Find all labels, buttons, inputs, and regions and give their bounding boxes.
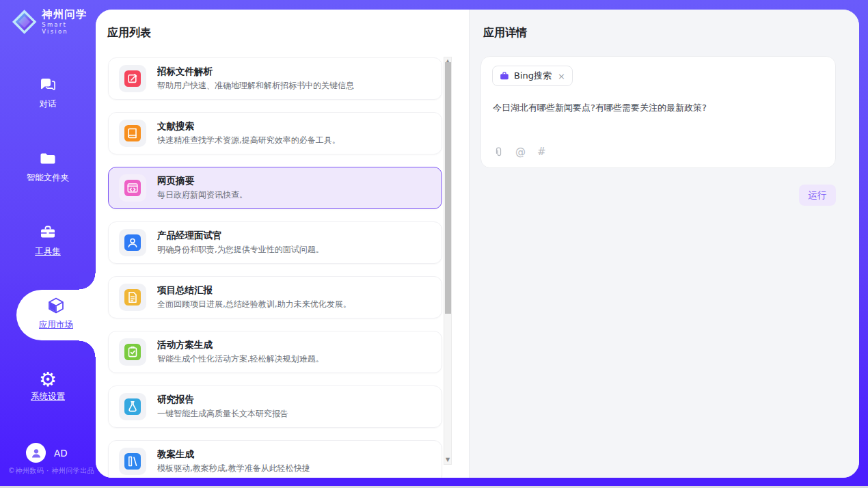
paperclip-icon[interactable] xyxy=(493,146,504,158)
web-code-icon xyxy=(124,180,141,196)
app-title: 招标文件解析 xyxy=(157,66,354,77)
app-desc: 智能生成个性化活动方案,轻松解决规划难题。 xyxy=(157,353,324,365)
app-icon-box xyxy=(119,284,146,311)
app-desc: 帮助用户快速、准确地理解和解析招标书中的关键信息 xyxy=(157,80,354,92)
app-desc: 模板驱动,教案秒成,教学准备从此轻松快捷 xyxy=(157,463,310,474)
sidebar-item-label: 系统设置 xyxy=(0,391,96,403)
list-scrollbar[interactable]: ▲ ▼ xyxy=(444,57,452,465)
toolbox-icon xyxy=(38,223,57,242)
book-icon xyxy=(124,125,141,141)
folder-icon xyxy=(38,149,57,168)
edit-icon xyxy=(124,70,141,87)
app-title: 活动方案生成 xyxy=(157,339,324,351)
user-name: AD xyxy=(54,448,68,459)
app-desc: 快速精准查找学术资源,提高研究效率的必备工具。 xyxy=(157,135,340,146)
copyright-footer: ©神州数码 · 神州问学出品 xyxy=(0,466,103,476)
clipboard-check-icon xyxy=(124,344,141,360)
chat-icon xyxy=(38,75,57,94)
app-list-title: 应用列表 xyxy=(107,26,151,40)
sidebar-item-label: 应用市场 xyxy=(16,319,96,331)
run-button[interactable]: 运行 xyxy=(799,185,836,206)
brand-name: 神州问学 xyxy=(42,9,96,21)
user-account[interactable]: AD xyxy=(26,443,68,463)
app-detail-panel: 应用详情 Bing搜索 × 今日湖北有哪些新闻要点?有哪些需要关注的最新政策? … xyxy=(469,10,859,478)
prompt-input[interactable]: 今日湖北有哪些新闻要点?有哪些需要关注的最新政策? xyxy=(493,102,825,114)
scrollbar-thumb[interactable] xyxy=(445,62,451,314)
app-icon-box xyxy=(119,338,146,366)
interviewer-icon xyxy=(124,234,141,251)
sidebar-item-settings[interactable]: ⚙ 系统设置 xyxy=(0,369,96,403)
main-content: 应用列表 招标文件解析 帮助用户快速、准确地理解和解析招标书中的关键信息 xyxy=(96,10,859,478)
hash-icon[interactable]: # xyxy=(537,146,546,158)
app-title: 产品经理面试官 xyxy=(157,230,324,241)
app-title: 教案生成 xyxy=(157,448,310,460)
app-icon-box xyxy=(119,393,146,420)
app-title: 项目总结汇报 xyxy=(157,284,351,296)
at-icon[interactable]: @ xyxy=(515,146,526,158)
cube-icon xyxy=(46,296,66,315)
app-card-event-plan[interactable]: 活动方案生成 智能生成个性化活动方案,轻松解决规划难题。 xyxy=(108,331,442,373)
app-icon-box xyxy=(119,174,146,202)
research-flask-icon xyxy=(124,398,141,415)
app-title: 文献搜索 xyxy=(157,120,340,132)
briefcase-icon xyxy=(500,71,509,81)
app-card-literature-search[interactable]: 文献搜索 快速精准查找学术资源,提高研究效率的必备工具。 xyxy=(108,112,442,154)
sidebar-item-label: 工具集 xyxy=(0,246,96,258)
app-card-research-report[interactable]: 研究报告 一键智能生成高质量长文本研究报告 xyxy=(108,385,442,428)
prompt-composer[interactable]: Bing搜索 × 今日湖北有哪些新闻要点?有哪些需要关注的最新政策? @ # xyxy=(480,56,836,168)
brand-subtitle: Smart Vision xyxy=(42,21,96,35)
scroll-down-icon[interactable]: ▼ xyxy=(444,456,451,464)
sidebar-item-toolset[interactable]: 工具集 xyxy=(0,223,96,258)
tool-tag-bing-search[interactable]: Bing搜索 × xyxy=(492,66,573,86)
app-card-project-summary[interactable]: 项目总结汇报 全面回顾项目进展,总结经验教训,助力未来优化发展。 xyxy=(108,276,442,318)
app-icon-box xyxy=(119,120,146,147)
app-list-panel: 应用列表 招标文件解析 帮助用户快速、准确地理解和解析招标书中的关键信息 xyxy=(96,10,469,478)
app-icon-box xyxy=(119,65,146,92)
diamond-logo-icon xyxy=(12,9,37,35)
app-title: 网页摘要 xyxy=(157,175,247,187)
app-card-web-summary[interactable]: 网页摘要 每日政府新闻资讯快查。 xyxy=(108,167,442,209)
sidebar-item-label: 智能文件夹 xyxy=(0,172,96,184)
app-detail-title: 应用详情 xyxy=(483,26,527,40)
active-tab-notch-bottom xyxy=(79,340,96,357)
close-icon[interactable]: × xyxy=(558,71,565,81)
app-icon-box xyxy=(119,448,146,475)
tool-tag-label: Bing搜索 xyxy=(514,70,552,82)
composer-toolbar: @ # xyxy=(493,146,546,158)
app-icon-box xyxy=(119,229,146,256)
app-desc: 每日政府新闻资讯快查。 xyxy=(157,189,247,201)
app-card-pm-interviewer[interactable]: 产品经理面试官 明确身份和职责,为您提供专业性的面试问题。 xyxy=(108,221,442,264)
report-doc-icon xyxy=(124,289,141,306)
app-desc: 全面回顾项目进展,总结经验教训,助力未来优化发展。 xyxy=(157,299,351,310)
sidebar-item-chat[interactable]: 对话 xyxy=(0,75,96,110)
app-title: 研究报告 xyxy=(157,394,288,405)
app-desc: 明确身份和职责,为您提供专业性的面试问题。 xyxy=(157,244,324,256)
app-cards: 招标文件解析 帮助用户快速、准确地理解和解析招标书中的关键信息 文献搜索 xyxy=(108,57,442,478)
app-desc: 一键智能生成高质量长文本研究报告 xyxy=(157,408,288,420)
books-icon xyxy=(124,453,141,470)
avatar xyxy=(26,443,46,463)
sidebar-item-smart-folder[interactable]: 智能文件夹 xyxy=(0,149,96,184)
sidebar-item-label: 对话 xyxy=(0,98,96,110)
active-tab-notch-top xyxy=(79,273,96,290)
app-logo: 神州问学 Smart Vision xyxy=(12,9,96,35)
gear-icon: ⚙ xyxy=(0,369,96,390)
app-card-bid-document-parse[interactable]: 招标文件解析 帮助用户快速、准确地理解和解析招标书中的关键信息 xyxy=(108,57,442,100)
sidebar: 神州问学 Smart Vision 对话 智能文件夹 工具集 xyxy=(0,0,96,488)
sidebar-item-app-market[interactable]: 应用市场 xyxy=(16,290,96,340)
app-card-lesson-plan[interactable]: 教案生成 模板驱动,教案秒成,教学准备从此轻松快捷 xyxy=(108,440,442,478)
person-icon xyxy=(30,447,42,459)
